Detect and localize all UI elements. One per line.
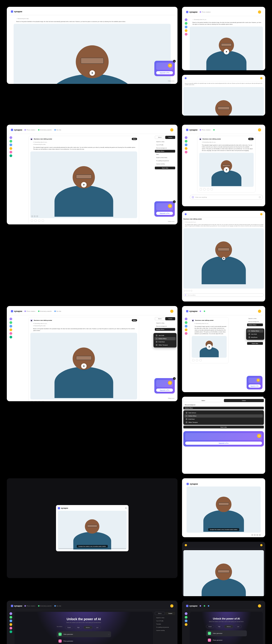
column-3-row5: synapse Unlock the power of AI Select th… [182, 601, 265, 644]
play-button[interactable] [224, 49, 229, 54]
upgrade-promo: × 0 Upgrade to Pro [154, 61, 175, 76]
desktop-dark-hero: synapsePhoto creationExtremely powerfulM… [7, 601, 178, 644]
tablet-lightbox: synapse Synapse has created a new, innov… [182, 478, 265, 537]
user-avatar[interactable] [258, 10, 261, 14]
voice-dropdown: Jane Smith Matthew Wilson Emily Brown Wi… [154, 333, 176, 348]
hero-title: Unlock the power of AI [18, 617, 149, 621]
desktop-light-dropdown: synapsePhoto creationExtremely powerfulM… [7, 306, 178, 401]
nav-rail [184, 18, 188, 70]
gen-photo[interactable]: ✦Photo generator [57, 638, 111, 644]
desktop-light-video: synapse ✓ Researching the video Based on… [7, 7, 178, 84]
generator-list: ▸Video generator› ✦Photo generator ✎Phot… [57, 631, 111, 644]
progress-bar[interactable] [58, 548, 126, 549]
user-avatar[interactable] [170, 128, 174, 132]
column-3-top: synapsePhoto creation ✓ Generating video… [182, 7, 265, 120]
card-title: Business man talking avatar [34, 138, 52, 140]
hero-section: Unlock the power of AI Select the creati… [14, 612, 153, 644]
upgrade-button[interactable]: Upgrade to Pro [156, 71, 173, 74]
conversation-card: ▣Business man talking avatarMore ⟳ Gener… [28, 136, 139, 224]
builtin-tab[interactable]: Built-in [155, 136, 165, 139]
tablet-light-card: synapsePhoto creation ▣Business man talk… [182, 125, 265, 206]
brand[interactable]: synapse [11, 10, 22, 13]
column-3-row3: synapse ▣Business man talking avatar ⟳ G… [182, 306, 265, 474]
video-caption: Synapse has created a new, innovative av… [76, 545, 108, 548]
tablet-dark-hero: synapse Unlock the power of AI Select th… [182, 601, 265, 644]
tablet-light-video: synapsePhoto creation ✓ Generating video… [182, 7, 265, 70]
play-button[interactable] [90, 70, 95, 76]
column-3-row4: synapse Synapse has created a new, innov… [182, 478, 265, 596]
mobile-light-video: Based on the gender identified in the up… [182, 75, 265, 116]
close-icon[interactable]: × [173, 60, 176, 62]
topbar: synapse [9, 9, 175, 15]
desktop-lightbox: 早鸟大叔 JAMDK.TAOBAO.COM synapse× Synapse h… [7, 478, 178, 578]
mobile-light-dropdown: Built-inCustom Remove background Matthew… [182, 397, 265, 474]
column-3-row2: synapsePhoto creation ▣Business man talk… [182, 125, 265, 302]
panel-speech[interactable]: Speech to video [155, 140, 175, 143]
more-badge[interactable]: More [132, 138, 137, 140]
video-lightbox: synapse× Synapse has created a new, inno… [56, 505, 128, 551]
custom-tab[interactable]: Custom [165, 136, 175, 139]
video-player[interactable] [190, 26, 263, 70]
video-player[interactable] [14, 24, 171, 84]
gen-video[interactable]: ▸Video generator› [57, 631, 111, 637]
close-icon[interactable]: × [125, 507, 127, 509]
desktop-light-card-panel: synapse Photo creationExtremely powerful… [7, 125, 178, 224]
status-researching: ✓ Researching the video [14, 18, 171, 19]
tablet-light-dropdown: synapse ▣Business man talking avatar ⟳ G… [182, 306, 265, 392]
mobile-light-full: Business man talking avatar ⟳ Generating… [182, 211, 265, 302]
promo-count: 0 [168, 64, 172, 68]
description: Based on the gender identified in the up… [14, 21, 171, 22]
follow-text: Follow us on [168, 80, 174, 82]
mobile-dark-video [182, 542, 265, 596]
export-button[interactable]: Export video [155, 166, 175, 169]
